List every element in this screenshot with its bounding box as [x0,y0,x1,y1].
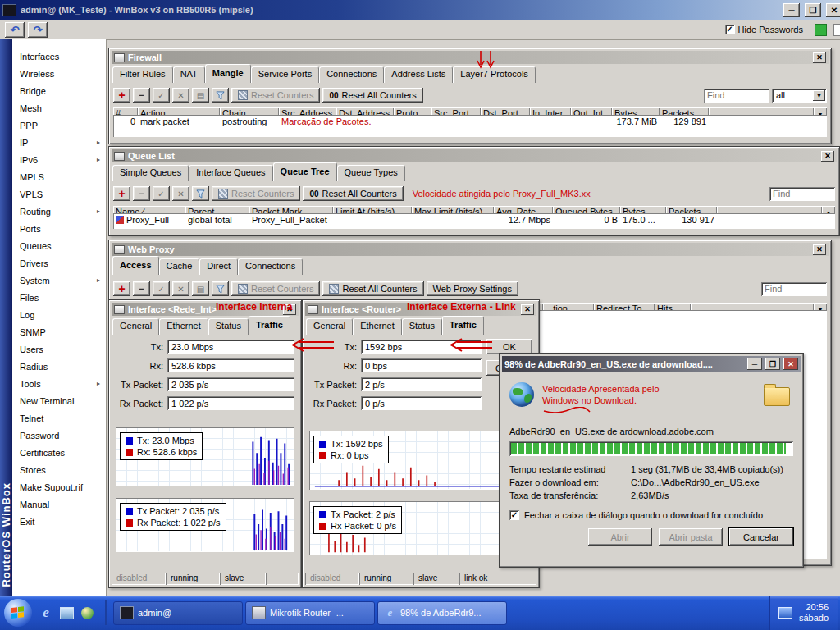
find-input[interactable] [704,89,769,103]
enable-button[interactable]: ✓ [153,186,170,201]
web-proxy-titlebar[interactable]: Web Proxy [112,243,829,256]
download-titlebar[interactable]: 98% de AdbeRdr90_en_US.exe de ardownload… [502,356,801,372]
find-input[interactable] [761,282,827,296]
tab-queue-types[interactable]: Queue Types [337,165,405,181]
tab-traffic[interactable]: Traffic [442,316,484,335]
filter-icon[interactable] [192,186,209,201]
close-button[interactable]: ✕ [826,3,840,17]
taskbar-button-download[interactable]: e 98% de AdbeRdr9... [377,601,507,625]
taskbar-button-admin[interactable]: admin@ [113,601,243,625]
reset-all-counters-button[interactable]: 00Reset All Counters [322,88,422,103]
filter-icon[interactable] [212,88,229,103]
sidebar-item-ports[interactable]: Ports [12,220,106,237]
reset-counters-button[interactable]: Reset Counters [231,281,320,296]
disable-button[interactable]: ✕ [172,88,189,103]
add-button[interactable]: + [113,281,130,296]
tab-mangle[interactable]: Mangle [205,64,251,83]
sidebar-item-manual[interactable]: Manual [12,495,106,513]
sidebar-item-wireless[interactable]: Wireless [12,65,106,82]
minimize-button[interactable]: ─ [783,3,800,17]
tab-service-ports[interactable]: Service Ports [251,66,319,83]
network-tray-icon[interactable] [778,607,792,619]
tab-cache[interactable]: Cache [159,258,200,275]
start-button[interactable] [4,599,32,627]
tab-interface-queues[interactable]: Interface Queues [189,165,272,181]
tab-access[interactable]: Access [112,256,159,275]
sidebar-item-interfaces[interactable]: Interfaces [12,48,106,65]
sidebar-item-mesh[interactable]: Mesh [12,99,106,116]
winbox-titlebar[interactable]: admin@ (MK_Teste) - WinBox v3 on RB500R5… [0,0,840,20]
sidebar-item-users[interactable]: Users [12,340,106,358]
sidebar-item-new-terminal[interactable]: New Terminal [12,392,106,409]
open-folder-button[interactable]: Abrir pasta [659,528,723,546]
sidebar-item-stores[interactable]: Stores [12,461,106,478]
sidebar-item-vpls[interactable]: VPLS [12,185,106,203]
sidebar-item-bridge[interactable]: Bridge [12,82,106,99]
tab-ethernet[interactable]: Ethernet [353,318,402,335]
firewall-titlebar[interactable]: Firewall [112,51,829,64]
remove-button[interactable]: − [133,186,150,201]
close-icon[interactable] [813,52,826,63]
sidebar-item-ppp[interactable]: PPP [12,116,106,134]
reset-counters-button[interactable]: Reset Counters [212,186,300,201]
remove-button[interactable]: − [133,281,150,296]
sidebar-item-radius[interactable]: Radius [12,358,106,375]
tab-nat[interactable]: NAT [173,66,205,83]
sidebar-item-password[interactable]: Password [12,427,106,444]
sidebar-item-mpls[interactable]: MPLS [12,168,106,185]
sidebar-item-tools[interactable]: Tools▸ [12,375,106,392]
tab-traffic[interactable]: Traffic [249,316,290,335]
sidebar-item-routing[interactable]: Routing▸ [12,203,106,220]
sidebar-item-system[interactable]: System▸ [12,272,106,289]
tab-connections[interactable]: Connections [238,258,303,275]
close-icon[interactable] [521,304,534,315]
close-button[interactable]: ✕ [783,358,798,370]
sidebar-item-queues[interactable]: Queues [12,237,106,254]
taskbar-clock[interactable]: 20:56 sábado [799,602,829,623]
sidebar-item-snmp[interactable]: SNMP [12,323,106,340]
comment-button[interactable]: ▤ [192,88,209,103]
open-button[interactable]: Abrir [588,528,652,546]
sidebar-item-drivers[interactable]: Drivers [12,254,106,272]
close-icon[interactable] [821,151,834,162]
cancel-button[interactable]: Cancelar [729,528,793,546]
remove-button[interactable]: − [133,88,150,103]
sidebar-item-telnet[interactable]: Telnet [12,409,106,427]
reset-all-counters-button[interactable]: Reset All Counters [322,281,423,296]
tab-general[interactable]: General [306,318,353,335]
ie-quicklaunch-icon[interactable]: e [38,605,54,621]
disable-button[interactable]: ✕ [172,186,189,201]
sidebar-item-files[interactable]: Files [12,289,106,306]
add-button[interactable]: + [113,88,130,103]
minimize-button[interactable]: ─ [747,358,762,370]
tab-direct[interactable]: Direct [199,258,238,275]
tab-connections[interactable]: Connections [319,66,384,83]
table-row[interactable]: 0 mark packet postrouting Marcação de Pa… [113,115,827,128]
sidebar-item-exit[interactable]: Exit [12,513,106,530]
maximize-button[interactable]: ❐ [805,3,821,17]
reset-counters-button[interactable]: Reset Counters [231,88,320,103]
tab-status[interactable]: Status [208,318,249,335]
comment-button[interactable]: ▤ [192,281,209,296]
tab-address-lists[interactable]: Address Lists [384,66,453,83]
close-when-done-checkbox[interactable] [509,510,519,520]
filter-icon[interactable] [212,281,229,296]
tab-queue-tree[interactable]: Queue Tree [273,162,337,181]
close-icon[interactable] [813,244,826,255]
sidebar-item-ipv6[interactable]: IPv6▸ [12,151,106,168]
reset-all-counters-button[interactable]: 00Reset All Counters [303,186,403,201]
find-input[interactable] [769,187,835,201]
tab-ethernet[interactable]: Ethernet [159,318,208,335]
sidebar-item-ip[interactable]: IP▸ [12,134,106,151]
enable-button[interactable]: ✓ [153,281,170,296]
chain-filter-select[interactable]: all [772,89,827,103]
disable-button[interactable]: ✕ [172,281,189,296]
sidebar-item-certificates[interactable]: Certificates [12,444,106,461]
tab-filter-rules[interactable]: Filter Rules [112,66,173,83]
show-desktop-icon[interactable] [58,605,75,621]
taskbar-button-mikrotik[interactable]: Mikrotik Router -... [245,601,375,625]
table-row[interactable]: Proxy_Full global-total Proxy_Full_Packe… [113,213,835,226]
tab-simple-queues[interactable]: Simple Queues [112,165,189,181]
enable-button[interactable]: ✓ [153,88,170,103]
sidebar-item-log[interactable]: Log [12,306,106,323]
